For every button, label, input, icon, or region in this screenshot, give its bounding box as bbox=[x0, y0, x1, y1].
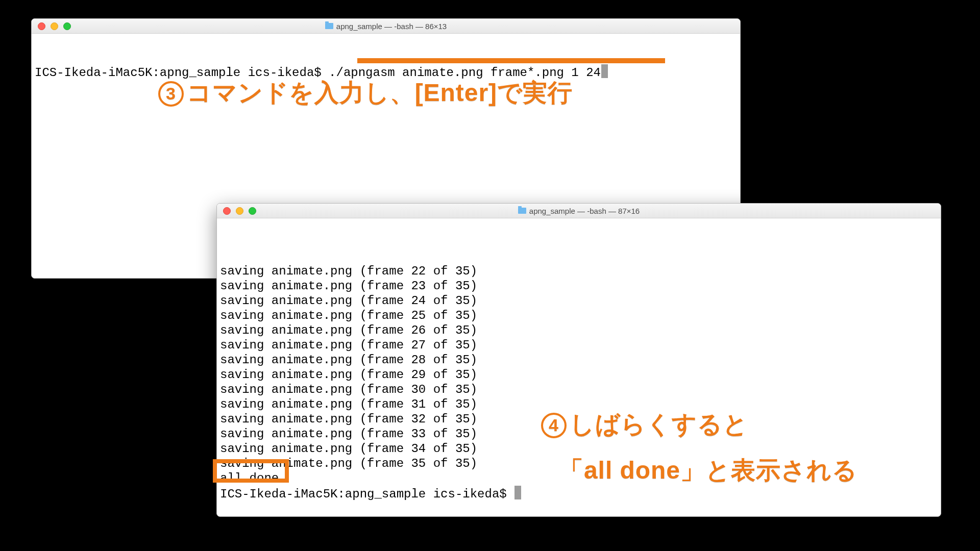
terminal-output-line: saving animate.png (frame 25 of 35) bbox=[220, 308, 938, 323]
terminal-output-line: saving animate.png (frame 24 of 35) bbox=[220, 293, 938, 308]
window-title: apng_sample — -bash — 86×13 bbox=[32, 19, 740, 33]
terminal-cursor bbox=[601, 64, 608, 78]
annotation-step-4-line1: 4しばらくすると bbox=[541, 408, 748, 441]
terminal-output-line: saving animate.png (frame 22 of 35) bbox=[220, 264, 938, 279]
window-title: apng_sample — -bash — 87×16 bbox=[217, 204, 941, 218]
window-controls bbox=[32, 22, 71, 30]
terminal-output-line: saving animate.png (frame 29 of 35) bbox=[220, 367, 938, 382]
annotation-highlight-box bbox=[213, 459, 289, 483]
window-controls bbox=[217, 207, 256, 215]
window-titlebar[interactable]: apng_sample — -bash — 86×13 bbox=[32, 19, 740, 34]
zoom-icon[interactable] bbox=[249, 207, 256, 215]
close-icon[interactable] bbox=[223, 207, 231, 215]
annotation-underline bbox=[357, 58, 665, 63]
folder-icon bbox=[518, 208, 526, 214]
close-icon[interactable] bbox=[38, 22, 45, 30]
terminal-output-line: saving animate.png (frame 26 of 35) bbox=[220, 323, 938, 338]
window-title-text: apng_sample — -bash — 87×16 bbox=[529, 207, 640, 215]
terminal-output-line: saving animate.png (frame 23 of 35) bbox=[220, 279, 938, 293]
terminal-prompt: ICS-Ikeda-iMac5K:apng_sample ics-ikeda$ bbox=[220, 487, 514, 501]
annotation-text: 「all done」と表示される bbox=[559, 457, 857, 484]
window-titlebar[interactable]: apng_sample — -bash — 87×16 bbox=[217, 204, 941, 218]
terminal-output-line: saving animate.png (frame 28 of 35) bbox=[220, 353, 938, 367]
annotation-step-4-line2: 「all done」と表示される bbox=[559, 454, 857, 487]
step-number-badge: 3 bbox=[158, 81, 184, 107]
annotation-text: しばらくすると bbox=[570, 411, 748, 438]
window-title-text: apng_sample — -bash — 86×13 bbox=[336, 22, 447, 31]
zoom-icon[interactable] bbox=[63, 22, 71, 30]
minimize-icon[interactable] bbox=[236, 207, 243, 215]
minimize-icon[interactable] bbox=[51, 22, 58, 30]
terminal-prompt-line: ICS-Ikeda-iMac5K:apng_sample ics-ikeda$ bbox=[220, 486, 938, 502]
annotation-step-3: 3コマンドを入力し、[Enter]で実行 bbox=[158, 77, 573, 109]
terminal-output-line: saving animate.png (frame 30 of 35) bbox=[220, 382, 938, 397]
folder-icon bbox=[325, 23, 333, 29]
annotation-text: コマンドを入力し、[Enter]で実行 bbox=[187, 79, 573, 106]
terminal-output-line: saving animate.png (frame 27 of 35) bbox=[220, 338, 938, 353]
step-number-badge: 4 bbox=[541, 413, 567, 438]
terminal-cursor bbox=[514, 486, 521, 499]
